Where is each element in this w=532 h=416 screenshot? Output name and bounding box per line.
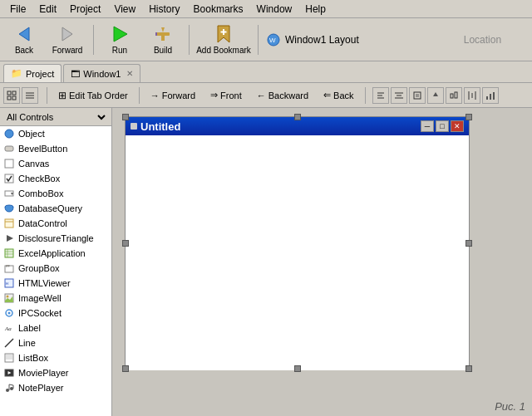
sidebar-item-combobox[interactable]: ComboBox <box>0 186 111 201</box>
ipcsocket-label: IPCSocket <box>18 308 62 318</box>
tab-project[interactable]: 📁 Project <box>3 64 62 82</box>
excelapplication-label: ExcelApplication <box>18 248 86 258</box>
checkbox-label: CheckBox <box>18 174 60 184</box>
distribute-btn[interactable] <box>464 87 480 104</box>
sidebar-dropdown[interactable]: All Controls <box>0 108 111 126</box>
menu-project[interactable]: Project <box>63 2 107 17</box>
align-center-btn[interactable] <box>391 87 407 104</box>
sidebar-item-object[interactable]: Object <box>0 126 111 141</box>
resize-handle-ne[interactable] <box>466 114 472 120</box>
align-right-btn[interactable] <box>409 87 426 104</box>
resize-handle-w[interactable] <box>122 240 129 247</box>
back-button[interactable]: Back <box>3 21 45 59</box>
window1-tab-icon: 🗔 <box>71 69 80 79</box>
svg-rect-15 <box>12 96 16 100</box>
svg-rect-62 <box>5 354 13 362</box>
alignment-icons <box>372 87 499 104</box>
controls-select[interactable]: All Controls <box>3 111 108 123</box>
svg-text:H: H <box>6 281 8 286</box>
svg-rect-14 <box>7 96 11 100</box>
menu-help[interactable]: Help <box>298 2 332 17</box>
grid-view-btn[interactable] <box>3 87 20 104</box>
sidebar-item-line[interactable]: Line <box>0 335 111 350</box>
svg-rect-3 <box>156 32 170 36</box>
window-close-btn[interactable]: ✕ <box>451 120 464 132</box>
sidebar-item-canvas[interactable]: Canvas <box>0 156 111 171</box>
sidebar-item-noteplayer[interactable]: NotePlayer <box>0 380 111 395</box>
sidebar-item-bevelbutton[interactable]: BevelButton <box>0 141 111 156</box>
window-icon-dot <box>131 123 137 130</box>
tab-bar: 📁 Project 🗔 Window1 ✕ <box>0 61 532 83</box>
stb-forward-label: Forward <box>162 91 195 100</box>
sidebar-item-imagewell[interactable]: ImageWell <box>0 291 111 306</box>
menu-history[interactable]: History <box>142 2 186 17</box>
disclosuretriangle-icon <box>3 232 15 244</box>
window-maximize-btn[interactable]: □ <box>436 120 449 132</box>
run-button[interactable]: Run <box>99 21 140 59</box>
sidebar-item-label[interactable]: Aa Label <box>0 321 111 335</box>
build-button[interactable]: Build <box>142 21 184 59</box>
forward-icon <box>57 24 77 44</box>
stb-back-button[interactable]: ⇐ Back <box>318 86 359 105</box>
menu-bookmarks[interactable]: Bookmarks <box>187 2 250 17</box>
canvas-area: Untitled ─ □ ✕ Рис. 1 <box>112 108 532 416</box>
imagewell-label: ImageWell <box>18 293 62 303</box>
databasequery-icon <box>3 203 15 214</box>
window-minimize-btn[interactable]: ─ <box>421 120 434 132</box>
sidebar-item-groupbox[interactable]: grp GroupBox <box>0 261 111 276</box>
sidebar-item-disclosuretriangle[interactable]: DisclosureTriangle <box>0 231 111 246</box>
combobox-label: ComboBox <box>18 188 63 198</box>
bevelbutton-icon <box>3 143 15 154</box>
chart-btn[interactable] <box>482 87 499 104</box>
run-icon <box>110 24 130 44</box>
svg-rect-25 <box>414 92 421 99</box>
svg-point-68 <box>6 389 9 392</box>
menu-window[interactable]: Window <box>250 2 299 17</box>
resize-handle-sw[interactable] <box>122 365 129 372</box>
align-top-btn[interactable] <box>427 87 444 104</box>
sidebar-item-movieplayer[interactable]: MoviePlayer <box>0 365 111 380</box>
sidebar-item-htmlviewer[interactable]: H HTMLViewer <box>0 276 111 291</box>
menu-edit[interactable]: Edit <box>32 2 63 17</box>
resize-handle-nw[interactable] <box>122 114 129 120</box>
bevelbutton-label: BevelButton <box>18 144 67 154</box>
resize-handle-e[interactable] <box>466 240 472 247</box>
stb-forward-button[interactable]: → Forward <box>145 86 201 105</box>
svg-marker-0 <box>19 27 29 41</box>
add-bookmark-button[interactable]: Add Bookmark <box>195 21 253 59</box>
run-label: Run <box>112 46 127 55</box>
resize-handle-s[interactable] <box>294 365 301 372</box>
menu-view[interactable]: View <box>107 2 142 17</box>
project-tab-icon: 📁 <box>11 68 22 79</box>
svg-rect-34 <box>486 96 488 100</box>
window-title-label: Untitled <box>140 120 180 133</box>
resize-handle-se[interactable] <box>466 365 472 372</box>
window1-tab-close[interactable]: ✕ <box>126 69 133 78</box>
sidebar-item-ipcsocket[interactable]: IPCSocket <box>0 306 111 321</box>
list-view-btn[interactable] <box>22 87 38 104</box>
second-toolbar: ⊞ Edit Tab Order → Forward ⇒ Front ← Bac… <box>0 83 532 108</box>
sidebar-item-listbox[interactable]: ListBox <box>0 350 111 365</box>
project-tab-label: Project <box>26 69 54 79</box>
stb-front-button[interactable]: ⇒ Front <box>204 86 248 105</box>
tab-window1[interactable]: 🗔 Window1 ✕ <box>63 64 140 82</box>
sidebar-item-checkbox[interactable]: CheckBox <box>0 171 111 186</box>
edit-tab-order-label: Edit Tab Order <box>69 91 128 100</box>
stb-backward-button[interactable]: ← Backward <box>251 86 314 105</box>
size-btn[interactable] <box>446 87 462 104</box>
sidebar-item-datacontrol[interactable]: DataControl <box>0 216 111 231</box>
toolbar-separator-2 <box>189 25 190 55</box>
checkbox-icon <box>3 173 15 184</box>
forward-label: Forward <box>52 46 83 55</box>
window-preview: Untitled ─ □ ✕ <box>125 116 470 370</box>
align-left-btn[interactable] <box>372 87 389 104</box>
window-controls: ─ □ ✕ <box>421 120 464 132</box>
resize-handle-n[interactable] <box>294 114 301 120</box>
menu-file[interactable]: File <box>3 2 32 17</box>
sidebar-item-excelapplication[interactable]: ExcelApplication <box>0 246 111 261</box>
label-label: Label <box>18 323 41 333</box>
edit-tab-order-button[interactable]: ⊞ Edit Tab Order <box>52 86 134 105</box>
window-tab-label: Window1 Layout <box>285 34 359 46</box>
sidebar-item-databasequery[interactable]: DatabaseQuery <box>0 201 111 216</box>
forward-button[interactable]: Forward <box>47 21 88 59</box>
